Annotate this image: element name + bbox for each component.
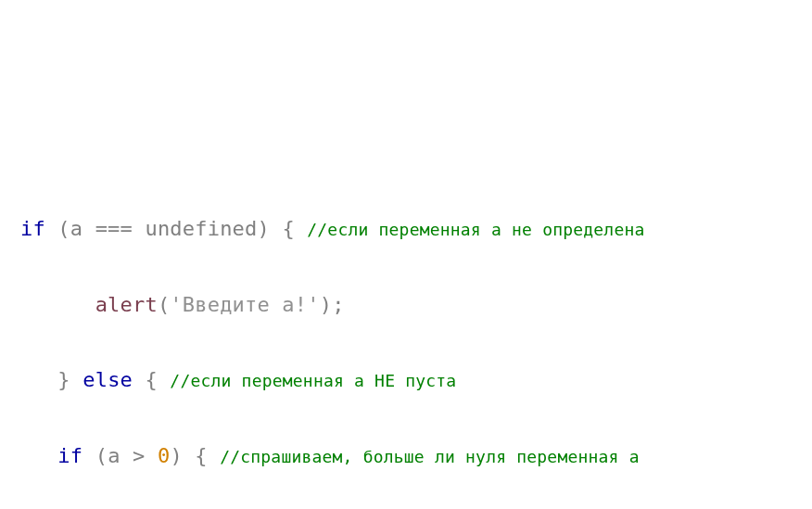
keyword-else: else <box>70 368 146 391</box>
keyword-if: if <box>20 217 45 240</box>
comment-2: //если переменная a НЕ пуста <box>170 371 456 390</box>
identifier-a: a <box>108 444 120 467</box>
indent <box>20 368 57 391</box>
identifier-a: a <box>70 217 82 240</box>
func-alert: alert <box>95 293 158 316</box>
paren-close: ) <box>257 217 269 240</box>
code-line-4: if (a > 0) { //спрашиваем, больше ли нул… <box>20 438 792 476</box>
semicolon: ; <box>332 293 344 316</box>
keyword-if: if <box>57 444 82 467</box>
brace-open: { <box>145 368 170 391</box>
number-zero: 0 <box>158 444 170 467</box>
brace-open: { <box>270 217 307 240</box>
code-line-2: alert('Введите a!'); <box>20 286 792 324</box>
code-block: if (a === undefined) { //если переменная… <box>20 173 792 509</box>
comment-1: //если переменная a не определена <box>307 220 644 239</box>
paren-open: ( <box>45 217 70 240</box>
code-line-1: if (a === undefined) { //если переменная… <box>20 210 792 248</box>
code-line-3: } else { //если переменная a НЕ пуста <box>20 362 792 400</box>
indent <box>20 444 57 467</box>
string-literal: 'Введите a!' <box>170 293 319 316</box>
identifier-undefined: undefined <box>145 217 257 240</box>
paren-close: ) <box>320 293 332 316</box>
operator-gt: > <box>121 444 158 467</box>
brace-open: { <box>183 444 220 467</box>
paren-open: ( <box>82 444 108 467</box>
indent <box>20 293 95 316</box>
comment-3: //спрашиваем, больше ли нуля переменная … <box>220 447 640 466</box>
paren-close: ) <box>170 444 182 467</box>
brace-close: } <box>57 368 70 391</box>
paren-open: ( <box>158 293 170 316</box>
operator-eq: === <box>82 217 145 240</box>
